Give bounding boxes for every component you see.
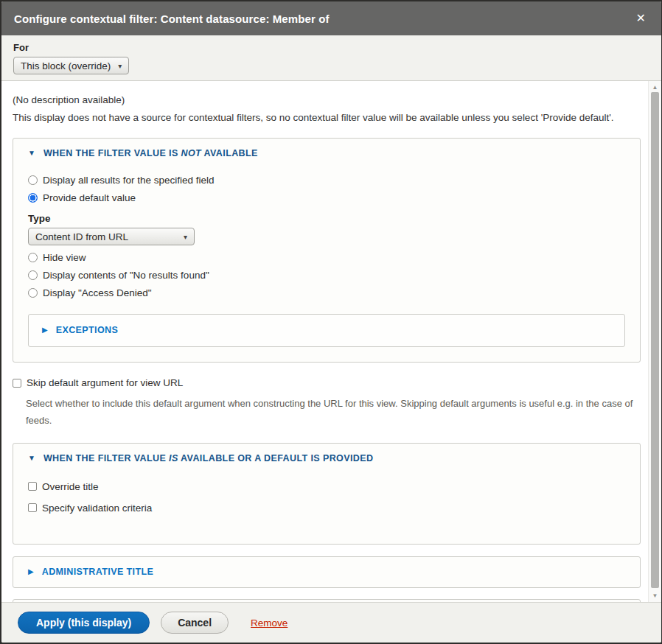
radio-display-access-denied[interactable]: Display "Access Denied": [28, 287, 625, 298]
dialog-buttonpane: Apply (this display) Cancel Remove: [1, 602, 661, 643]
administrative-title-toggle[interactable]: ▶ ADMINISTRATIVE TITLE: [28, 567, 625, 577]
radio-label: Provide default value: [43, 192, 136, 203]
expand-arrow-icon: ▶: [42, 326, 48, 334]
scrollbar[interactable]: ▲ ▼: [648, 81, 661, 602]
fieldset-exceptions: ▶ EXCEPTIONS: [28, 314, 625, 347]
collapse-arrow-icon: ▼: [28, 455, 35, 462]
checkbox-label: Override title: [42, 481, 99, 492]
remove-link[interactable]: Remove: [251, 617, 288, 629]
checkbox-icon: [28, 482, 37, 491]
title-emphasis: IS: [169, 453, 178, 463]
select-arrow-icon: ▾: [184, 233, 187, 241]
title-suffix: AVAILABLE OR A DEFAULT IS PROVIDED: [181, 453, 373, 463]
title-prefix: WHEN THE FILTER VALUE IS: [43, 148, 178, 158]
fieldset-more: ▶ MORE: [13, 599, 641, 602]
for-label: For: [13, 42, 649, 53]
title-emphasis: NOT: [181, 148, 202, 158]
dialog-body: (No description available) This display …: [1, 81, 661, 602]
checkbox-override-title[interactable]: Override title: [28, 481, 625, 492]
fieldset-administrative-title: ▶ ADMINISTRATIVE TITLE: [13, 556, 641, 588]
fieldset-when-not-available: ▼ WHEN THE FILTER VALUE IS NOT AVAILABLE…: [13, 138, 641, 363]
radio-label: Display "Access Denied": [43, 287, 152, 298]
collapse-arrow-icon: ▼: [28, 150, 35, 157]
radio-icon: [28, 253, 38, 262]
dialog-titlebar[interactable]: Configure contextual filter: Content dat…: [1, 1, 661, 35]
scrollbar-thumb[interactable]: [651, 92, 659, 588]
administrative-title-label: ADMINISTRATIVE TITLE: [42, 567, 154, 577]
checkbox-label: Skip default argument for view URL: [27, 377, 183, 388]
default-type-select[interactable]: Content ID from URL ▾: [28, 228, 195, 245]
expand-arrow-icon: ▶: [28, 568, 34, 575]
radio-display-all-results[interactable]: Display all results for the specified fi…: [28, 175, 625, 186]
radio-icon: [28, 288, 38, 298]
radio-provide-default-value[interactable]: Provide default value: [28, 192, 625, 203]
radio-label: Hide view: [43, 252, 86, 263]
fieldset-when-available: ▼ WHEN THE FILTER VALUE IS AVAILABLE OR …: [13, 443, 641, 545]
radio-label: Display contents of "No results found": [43, 270, 209, 281]
when-available-toggle[interactable]: ▼ WHEN THE FILTER VALUE IS AVAILABLE OR …: [28, 453, 625, 463]
checkbox-icon: [28, 503, 37, 512]
exceptions-title: EXCEPTIONS: [56, 325, 119, 335]
default-action-options: Display all results for the specified fi…: [28, 175, 625, 298]
radio-icon: [28, 175, 38, 185]
configure-contextual-filter-dialog: Configure contextual filter: Content dat…: [1, 1, 661, 643]
close-icon[interactable]: ✕: [633, 11, 649, 26]
available-options: Override title Specify validation criter…: [28, 481, 625, 514]
for-display-select-value: This block (override): [21, 60, 111, 71]
radio-checked-icon: [28, 193, 38, 203]
checkbox-label: Specify validation criteria: [42, 503, 152, 514]
no-description-text: (No description available): [13, 94, 641, 105]
skip-default-description: Select whether to include this default a…: [26, 395, 638, 430]
radio-icon: [28, 270, 38, 280]
when-not-available-toggle[interactable]: ▼ WHEN THE FILTER VALUE IS NOT AVAILABLE: [28, 148, 625, 158]
title-prefix: WHEN THE FILTER VALUE: [43, 453, 166, 463]
checkbox-specify-validation[interactable]: Specify validation criteria: [28, 503, 625, 514]
radio-hide-view[interactable]: Hide view: [28, 252, 625, 263]
type-label: Type: [28, 213, 625, 224]
cancel-button[interactable]: Cancel: [161, 612, 229, 634]
scroll-down-icon[interactable]: ▼: [649, 590, 661, 601]
when-available-title: WHEN THE FILTER VALUE IS AVAILABLE OR A …: [43, 453, 373, 463]
when-not-available-title: WHEN THE FILTER VALUE IS NOT AVAILABLE: [43, 148, 258, 158]
checkbox-icon: [13, 379, 21, 388]
radio-display-no-results[interactable]: Display contents of "No results found": [28, 270, 625, 281]
select-arrow-icon: ▾: [118, 62, 122, 70]
radio-label: Display all results for the specified fi…: [43, 175, 215, 186]
scroll-up-icon[interactable]: ▲: [649, 82, 661, 93]
intro-text: This display does not have a source for …: [13, 112, 641, 123]
for-section: For This block (override) ▾: [1, 35, 661, 81]
checkbox-skip-default-argument[interactable]: Skip default argument for view URL: [13, 377, 641, 388]
exceptions-toggle[interactable]: ▶ EXCEPTIONS: [42, 325, 613, 335]
title-suffix: AVAILABLE: [204, 148, 258, 158]
for-display-select[interactable]: This block (override) ▾: [13, 57, 129, 74]
dialog-scroll-content: (No description available) This display …: [1, 81, 648, 602]
apply-button[interactable]: Apply (this display): [18, 612, 150, 634]
dialog-title: Configure contextual filter: Content dat…: [14, 13, 633, 25]
default-type-select-value: Content ID from URL: [35, 231, 128, 242]
